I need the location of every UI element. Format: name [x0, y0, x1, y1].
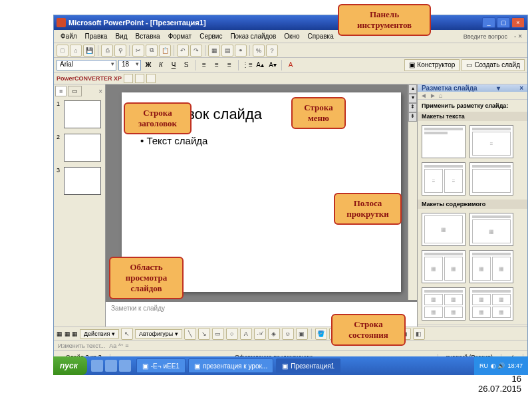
menu-edit[interactable]: Правка: [81, 31, 112, 41]
layout-content-4[interactable]: ▦▦: [469, 250, 513, 283]
rect-icon[interactable]: ▭: [212, 328, 224, 340]
layout-content-3[interactable]: ▦▦: [422, 250, 466, 283]
layout-blank[interactable]: [469, 162, 513, 196]
layout-title-only[interactable]: [422, 125, 466, 158]
line-icon[interactable]: ╲: [184, 328, 196, 340]
slide-thumb-3[interactable]: 3: [57, 167, 102, 195]
arrow-icon[interactable]: ↘: [198, 328, 210, 340]
clipart-icon[interactable]: ☺: [282, 328, 294, 340]
pc-btn-2[interactable]: [135, 74, 144, 83]
font-size-select[interactable]: 18: [118, 60, 141, 70]
standard-toolbar: □ ⌂ 💾 ⎙ ⚲ ✂ ⧉ 📋 ↶ ↷ ▦ ▤ ⚭ % ?: [54, 43, 527, 58]
layout-content-2[interactable]: ▦: [469, 213, 513, 246]
cut-icon[interactable]: ✂: [132, 45, 144, 57]
maximize-button[interactable]: ▢: [497, 17, 510, 28]
menu-slideshow[interactable]: Показ слайдов: [226, 31, 280, 41]
taskbar-item[interactable]: ▣ презентация к урок...: [188, 358, 273, 373]
doc-close-button[interactable]: - ×: [511, 33, 525, 40]
layout-content-6[interactable]: ▦▦▦▦: [469, 287, 513, 321]
zoom-icon[interactable]: %: [253, 45, 265, 57]
font-name-select[interactable]: Arial: [57, 60, 116, 70]
align-left-icon[interactable]: ≡: [199, 60, 209, 70]
font-color-icon[interactable]: A: [285, 60, 296, 70]
layout-content-5[interactable]: ▦▦▦▦: [422, 287, 466, 321]
prev-slide-button[interactable]: ⇞: [408, 103, 417, 112]
picture-icon[interactable]: ▣: [296, 328, 308, 340]
taskbar-item-active[interactable]: ▣ Презентация1: [276, 358, 340, 373]
nav-back-icon[interactable]: ◄: [420, 92, 427, 99]
slide-body-placeholder[interactable]: Текст слайда: [140, 135, 382, 146]
help-icon[interactable]: ?: [266, 45, 278, 57]
hyperlink-icon[interactable]: ⚭: [235, 45, 247, 57]
actions-menu[interactable]: Действия ▾: [80, 329, 119, 338]
quicklaunch-icon[interactable]: [91, 360, 103, 372]
ask-box[interactable]: Введите вопрос: [464, 33, 507, 40]
print-icon[interactable]: ⎙: [101, 45, 113, 57]
new-icon[interactable]: □: [57, 45, 68, 57]
chart-icon[interactable]: ▦: [208, 45, 220, 57]
menu-view[interactable]: Вид: [111, 31, 131, 41]
menu-format[interactable]: Формат: [164, 31, 196, 41]
slide-thumb-1[interactable]: 1: [57, 100, 102, 128]
next-slide-button[interactable]: ⇟: [408, 112, 417, 122]
paste-icon[interactable]: 📋: [159, 45, 171, 57]
menu-insert[interactable]: Вставка: [131, 31, 164, 41]
select-icon[interactable]: ↖: [121, 328, 133, 340]
bold-button[interactable]: Ж: [143, 60, 154, 70]
textbox-icon[interactable]: A: [240, 328, 252, 340]
open-icon[interactable]: ⌂: [70, 45, 82, 57]
fill-color-icon[interactable]: 🪣: [315, 328, 327, 340]
task-pane-dropdown[interactable]: ▾: [497, 84, 500, 92]
menu-tools[interactable]: Сервис: [196, 31, 226, 41]
vertical-scrollbar[interactable]: ▴ ▾ ⇞ ⇟: [408, 84, 417, 300]
tab-slides[interactable]: ▭: [68, 86, 82, 96]
layout-content-1[interactable]: ▦: [422, 213, 466, 246]
preview-icon[interactable]: ⚲: [114, 45, 126, 57]
close-button[interactable]: ×: [511, 17, 525, 28]
quicklaunch-icon[interactable]: [105, 360, 117, 372]
panel-close-button[interactable]: ×: [96, 88, 105, 95]
pc-btn-1[interactable]: [124, 74, 133, 83]
taskbar-item[interactable]: ▣ -E¬ иEE1: [136, 358, 186, 373]
layout-two-col[interactable]: ≡≡: [422, 162, 466, 196]
align-right-icon[interactable]: ≡: [224, 60, 235, 70]
table-icon[interactable]: ▤: [221, 45, 233, 57]
align-center-icon[interactable]: ≡: [211, 60, 222, 70]
content-layouts-header: Макеты содержимого: [418, 200, 527, 209]
copy-icon[interactable]: ⧉: [146, 45, 158, 57]
shadow-button[interactable]: S: [181, 60, 192, 70]
scroll-down-button[interactable]: ▾: [408, 94, 417, 103]
autoshapes-menu[interactable]: Автофигуры ▾: [135, 329, 182, 338]
quicklaunch-icon[interactable]: [119, 360, 131, 372]
scroll-up-button[interactable]: ▴: [408, 84, 417, 94]
save-icon[interactable]: 💾: [83, 45, 95, 57]
redo-icon[interactable]: ↷: [190, 45, 202, 57]
pc-btn-3[interactable]: [146, 74, 156, 83]
bullets-icon[interactable]: ⋮≡: [242, 60, 253, 70]
increase-font-icon[interactable]: A▴: [255, 60, 265, 70]
menu-help[interactable]: Справка: [304, 31, 338, 41]
edit-text-button[interactable]: Изменить текст...: [58, 342, 105, 349]
diagram-icon[interactable]: ◈: [268, 328, 280, 340]
wordart-icon[interactable]: 𝒜: [254, 328, 266, 340]
nav-home-icon[interactable]: ⌂: [439, 92, 443, 99]
new-slide-button[interactable]: ▭ Создать слайд: [462, 59, 525, 71]
slide-thumb-2[interactable]: 2: [57, 134, 102, 162]
layout-title-content[interactable]: ≡: [469, 125, 513, 158]
nav-fwd-icon[interactable]: ►: [430, 92, 436, 99]
tab-outline[interactable]: ≡: [55, 86, 66, 96]
task-pane-close[interactable]: ×: [519, 84, 523, 92]
designer-button[interactable]: ▣ Конструктор: [404, 59, 460, 71]
italic-button[interactable]: К: [156, 60, 166, 70]
minimize-button[interactable]: _: [482, 17, 495, 28]
menu-window[interactable]: Окно: [280, 31, 303, 41]
undo-icon[interactable]: ↶: [177, 45, 189, 57]
underline-button[interactable]: Ч: [168, 60, 179, 70]
system-tray[interactable]: RU ◐ 🔊 18:47: [474, 356, 528, 375]
menu-file[interactable]: Файл: [57, 31, 81, 41]
oval-icon[interactable]: ○: [226, 328, 238, 340]
decrease-font-icon[interactable]: A▾: [267, 60, 278, 70]
3d-style-icon[interactable]: ◧: [413, 328, 425, 340]
slide-panel: ≡ ▭ × 1 2 3: [54, 84, 106, 327]
start-button[interactable]: пуск: [53, 356, 87, 375]
